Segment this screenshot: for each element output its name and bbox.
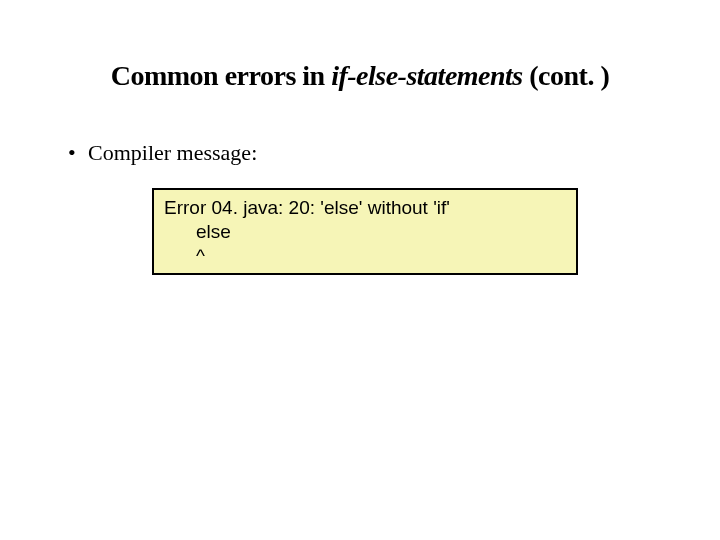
code-box: Error 04. java: 20: 'else' without 'if' … (152, 188, 578, 275)
title-prefix: Common errors in (111, 60, 331, 91)
bullet-item: •Compiler message: (68, 140, 664, 166)
slide-title: Common errors in if-else-statements (con… (56, 60, 664, 92)
title-italic: if-else-statements (331, 60, 523, 91)
code-line-3: ^ (164, 244, 566, 268)
code-line-1: Error 04. java: 20: 'else' without 'if' (164, 196, 566, 220)
slide-body: Common errors in if-else-statements (con… (0, 0, 720, 275)
title-suffix: (cont. ) (523, 60, 609, 91)
bullet-marker: • (68, 140, 88, 166)
bullet-text: Compiler message: (88, 140, 257, 165)
code-line-2: else (164, 220, 566, 244)
